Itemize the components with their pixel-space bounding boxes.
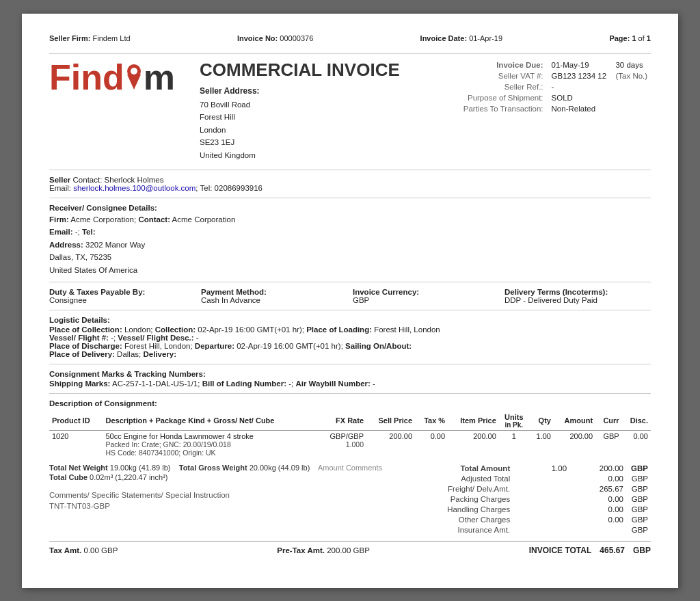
freight-label: Freight/ Delv.Amt. (418, 484, 513, 494)
insurance-row: Insurance Amt. GBP (418, 525, 651, 535)
amount-comments: Amount Comments (318, 464, 382, 472)
payment-label: Payment Method: (201, 288, 347, 296)
invoice-due-row: Invoice Due: 01-May-19 30 days (459, 59, 651, 70)
invoice-total: INVOICE TOTAL 465.67 GBP (529, 546, 651, 555)
address-line4: SE23 1EJ (200, 136, 446, 148)
logo-pin-icon (124, 62, 144, 90)
address-line3: London (200, 124, 446, 136)
receiver-contact-label: Contact: (138, 215, 170, 224)
collection-value: London (124, 325, 150, 334)
total-cube-label: Total Cube (49, 473, 88, 481)
seller-firm: Seller Firm: Findem Ltd (49, 34, 131, 42)
right-info: Invoice Due: 01-May-19 30 days Seller VA… (459, 59, 651, 161)
adjusted-total-value: 0.00 (569, 474, 626, 484)
insurance-curr: GBP (626, 525, 651, 535)
packing-row: Packing Charges 0.00 GBP (418, 494, 651, 505)
logo-m: m (144, 59, 175, 95)
item-item-price: 200.00 (448, 430, 499, 458)
seller-contact: Seller Contact: Sherlock Holmes Email: s… (49, 176, 651, 192)
item-product-id: 1020 (49, 430, 103, 458)
invoice-no: Invoice No: 00000376 (237, 34, 313, 42)
comments-area: Comments/ Specific Statements/ Special I… (49, 491, 405, 499)
col-fx-rate: FX Rate (318, 412, 366, 431)
address-line5: United Kingdom (200, 149, 446, 161)
delivery-label: Delivery Terms (Incoterms): (504, 288, 651, 296)
item-description: 50cc Engine for Honda Lawnmower 4 stroke… (103, 430, 318, 458)
seller-ref-row: Seller Ref.: - (459, 81, 651, 92)
logo-find: Find (49, 59, 124, 95)
receiver-email-label: Email: (49, 228, 73, 236)
shipping-marks-value: AC-257-1-1-DAL-US-1/1 (112, 379, 198, 388)
receiver-body: Firm: Acme Corporation; Contact: Acme Co… (49, 213, 651, 276)
totals-table: Total Amount 1.00 200.00 GBP Adjusted To… (418, 464, 651, 535)
invoice-no-value: 00000376 (280, 34, 313, 42)
packing-value: 0.00 (569, 494, 626, 505)
consignment-marks-body: Shipping Marks: AC-257-1-1-DAL-US-1/1; B… (49, 379, 651, 388)
duty-col: Duty & Taxes Payable By: Consignee (49, 288, 196, 304)
vessel-desc-value: - (196, 334, 199, 342)
invoice-date-value: 01-Apr-19 (469, 34, 502, 42)
units-in-pk-label: in Pk. (502, 421, 526, 429)
seller-label: Seller (49, 176, 70, 184)
table-header-row: Product ID Description + Package Kind + … (49, 412, 651, 431)
purpose-row: Purpose of Shipment: SOLD (459, 92, 651, 103)
address-line1: 70 Bovill Road (200, 98, 446, 111)
seller-firm-value: Findem Ltd (93, 34, 131, 42)
item-tax-pct: 0.00 (415, 430, 448, 458)
net-weight-value: 19.00kg (41.89 lb) (110, 464, 171, 472)
logistic-divider (49, 364, 651, 364)
top-bar: Seller Firm: Findem Ltd Invoice No: 0000… (49, 34, 651, 42)
col-product-id: Product ID (49, 412, 103, 431)
payment-value: Cash In Advance (201, 296, 347, 304)
receiver-address-value: 3202 Manor Way (85, 241, 145, 249)
invoice-date: Invoice Date: 01-Apr-19 (420, 34, 502, 42)
gross-weight-value: 20.00kg (44.09 lb) (250, 464, 310, 472)
collection-label: Place of Collection: (49, 325, 122, 334)
other-label: Other Charges (418, 515, 513, 525)
seller-ref-label: Seller Ref.: (459, 81, 546, 92)
receiver-section: Receiver/ Consignee Details: Firm: Acme … (49, 204, 651, 276)
consignment-marks-section: Consignment Marks & Tracking Numbers: Sh… (49, 370, 651, 388)
col-qty: Qty (529, 412, 554, 431)
tax-no-label: (Tax No.) (610, 70, 651, 81)
receiver-tel-label: Tel: (82, 228, 96, 236)
collection-date-label: Collection: (155, 325, 196, 334)
invoice-title: COMMERCIAL INVOICE (200, 59, 446, 81)
units-label: Units (502, 413, 526, 421)
summary-footer: Tax Amt. 0.00 GBP Pre-Tax Amt. 200.00 GB… (49, 541, 651, 555)
page-label: Page: (609, 34, 630, 42)
collection-date-value: 02-Apr-19 16:00 GMT(+01 hr) (198, 325, 301, 334)
total-amount-curr: GBP (626, 464, 651, 474)
duty-value: Consignee (49, 296, 196, 304)
departure-label: Departure: (195, 342, 234, 350)
air-waybill-label: Air Waybill Number: (295, 379, 370, 388)
firm-value: Acme Corporation (70, 215, 134, 224)
pre-tax-amt: Pre-Tax Amt. 200.00 GBP (277, 546, 370, 555)
item-fx-rate: GBP/GBP1.000 (318, 430, 366, 458)
bill-of-lading-value: - (288, 379, 291, 388)
col-tax-pct: Tax % (415, 412, 448, 431)
invoice-total-curr: GBP (633, 546, 651, 555)
invoice-title-area: COMMERCIAL INVOICE Seller Address: 70 Bo… (200, 59, 446, 161)
vessel-value: - (111, 334, 113, 342)
email-label: Email: (49, 184, 71, 192)
seller-address: 70 Bovill Road Forest Hill London SE23 1… (200, 98, 446, 161)
comments-label: Comments/ Specific Statements/ Special I… (49, 491, 230, 499)
totals-left: Total Net Weight 19.00kg (41.89 lb) Tota… (49, 464, 405, 535)
logo-area: Find m (49, 59, 186, 161)
duty-payment-row: Duty & Taxes Payable By: Consignee Payme… (49, 288, 651, 304)
receiver-divider (49, 282, 651, 282)
email-link[interactable]: sherlock.holmes.100@outlook.com (73, 184, 196, 192)
weight-line1: Total Net Weight 19.00kg (41.89 lb) Tota… (49, 464, 405, 472)
col-sell-price: Sell Price (366, 412, 415, 431)
seller-vat-label: Seller VAT #: (459, 70, 546, 81)
tax-amt: Tax Amt. 0.00 GBP (49, 546, 118, 555)
item-sell-price: 200.00 (366, 430, 415, 458)
col-units: Units in Pk. (499, 412, 529, 431)
logistic-line2: Vessel/ Flight #: -; Vessel/ Flight Desc… (49, 334, 651, 342)
delivery-loc-value: Dallas (117, 350, 139, 358)
item-amount: 200.00 (554, 430, 595, 458)
logistic-line4: Place of Delivery: Dallas; Delivery: (49, 350, 651, 358)
delivery-loc-label: Place of Delivery: (49, 350, 115, 358)
vessel-label: Vessel/ Flight #: (49, 334, 109, 342)
